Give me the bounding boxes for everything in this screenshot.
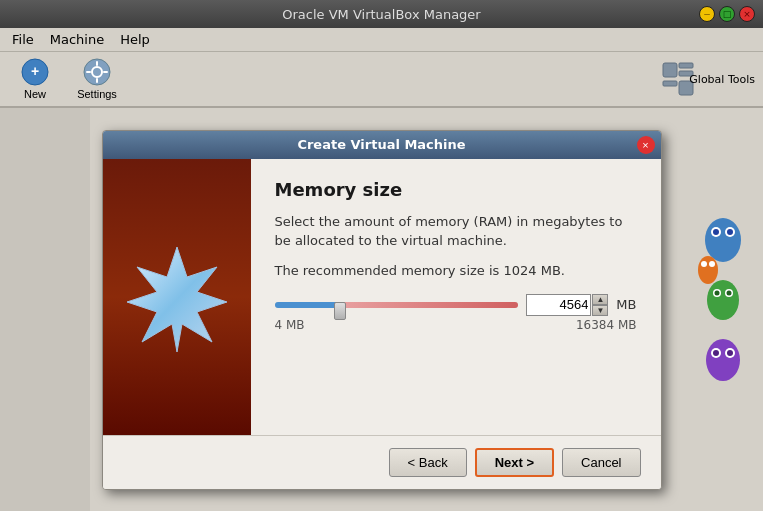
description-text: Select the amount of memory (RAM) in meg… [275, 212, 637, 251]
memory-slider-container: ▲ ▼ MB 4 MB 16384 MB [275, 294, 637, 332]
menu-help[interactable]: Help [112, 30, 158, 50]
settings-toolbar-button[interactable]: Settings [70, 55, 124, 103]
spinbox-buttons: ▲ ▼ [592, 294, 608, 316]
svg-rect-7 [103, 71, 108, 73]
restore-button[interactable]: □ [719, 6, 735, 22]
slider-fill [275, 302, 341, 308]
dialog-image-panel [103, 159, 251, 435]
minimize-button[interactable]: − [699, 6, 715, 22]
svg-rect-6 [86, 71, 91, 73]
slider-remaining [340, 302, 518, 308]
window-controls: − □ × [699, 6, 755, 22]
app-window: File Machine Help + New Settings [0, 28, 763, 511]
new-toolbar-button[interactable]: + New [8, 55, 62, 103]
dialog-body: Memory size Select the amount of memory … [103, 159, 661, 435]
svg-rect-11 [663, 81, 677, 86]
starburst-icon [122, 242, 232, 352]
svg-text:+: + [31, 63, 39, 79]
menu-file[interactable]: File [4, 30, 42, 50]
spinbox-container: ▲ ▼ [526, 294, 608, 316]
menu-machine[interactable]: Machine [42, 30, 112, 50]
title-bar: Oracle VM VirtualBox Manager − □ × [0, 0, 763, 28]
dialog-content-panel: Memory size Select the amount of memory … [251, 159, 661, 435]
global-tools-label: Global Tools [689, 73, 755, 86]
unit-label: MB [616, 297, 636, 312]
slider-max-label: 16384 MB [576, 318, 637, 332]
slider-labels: 4 MB 16384 MB [275, 318, 637, 332]
new-label: New [24, 88, 46, 100]
svg-rect-5 [96, 78, 98, 83]
create-vm-dialog: Create Virtual Machine × [102, 130, 662, 490]
recommended-text: The recommended memory size is 1024 MB. [275, 263, 637, 278]
toolbar: + New Settings Global Too [0, 52, 763, 108]
content-area: Create Virtual Machine × [0, 108, 763, 511]
slider-thumb[interactable] [334, 302, 346, 320]
svg-marker-31 [127, 247, 227, 352]
modal-overlay: Create Virtual Machine × [0, 108, 763, 511]
dialog-close-button[interactable]: × [637, 136, 655, 154]
new-icon: + [21, 58, 49, 86]
slider-track [275, 302, 519, 308]
spinbox-down-button[interactable]: ▼ [592, 305, 608, 316]
dialog-footer: < Back Next > Cancel [103, 435, 661, 489]
menu-bar: File Machine Help [0, 28, 763, 52]
svg-rect-4 [96, 61, 98, 66]
dialog-title: Create Virtual Machine [297, 137, 465, 152]
slider-min-label: 4 MB [275, 318, 305, 332]
back-button[interactable]: < Back [389, 448, 467, 477]
spinbox-up-button[interactable]: ▲ [592, 294, 608, 305]
app-title: Oracle VM VirtualBox Manager [282, 7, 480, 22]
settings-icon [83, 58, 111, 86]
section-title: Memory size [275, 179, 637, 200]
svg-rect-8 [663, 63, 677, 77]
dialog-title-bar: Create Virtual Machine × [103, 131, 661, 159]
memory-value-input[interactable] [526, 294, 591, 316]
slider-row: ▲ ▼ MB [275, 294, 637, 316]
settings-label: Settings [77, 88, 117, 100]
slider-wrapper[interactable] [275, 295, 519, 315]
next-button[interactable]: Next > [475, 448, 554, 477]
svg-rect-9 [679, 63, 693, 68]
cancel-button[interactable]: Cancel [562, 448, 640, 477]
close-button[interactable]: × [739, 6, 755, 22]
